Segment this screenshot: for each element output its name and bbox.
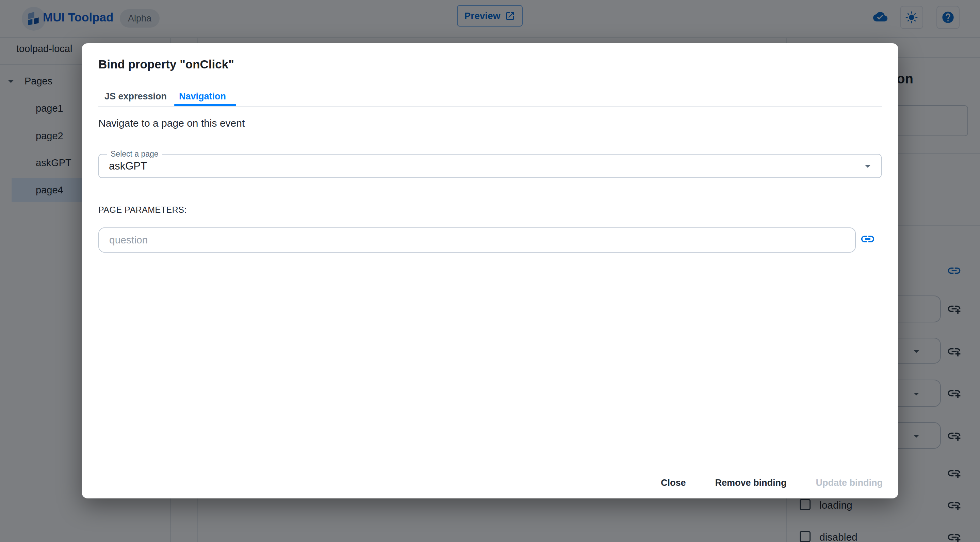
dialog-title: Bind property "onClick" — [98, 57, 234, 71]
page-select-value: askGPT — [109, 155, 147, 177]
toolpad-editor: MUI Toolpad Alpha Preview — [0, 0, 980, 542]
active-tab-indicator — [174, 104, 236, 106]
update-binding-button[interactable]: Update binding — [813, 475, 886, 490]
tab-navigation[interactable]: Navigation — [179, 89, 226, 104]
tab-js-expression[interactable]: JS expression — [105, 89, 167, 104]
remove-binding-button[interactable]: Remove binding — [712, 475, 790, 490]
arrow-dropdown-icon — [861, 160, 874, 172]
tabs-divider — [98, 106, 882, 107]
page-parameters-heading: PAGE PARAMETERS: — [98, 205, 187, 215]
page-parameter-input[interactable] — [98, 228, 856, 253]
page-select[interactable]: Select a page askGPT — [98, 154, 882, 178]
bind-property-dialog: Bind property "onClick" JS expression Na… — [82, 43, 898, 499]
close-button[interactable]: Close — [657, 475, 689, 490]
link-icon[interactable] — [859, 230, 877, 248]
dialog-footer: Close Remove binding Update binding — [657, 475, 886, 490]
dialog-description: Navigate to a page on this event — [98, 118, 245, 129]
